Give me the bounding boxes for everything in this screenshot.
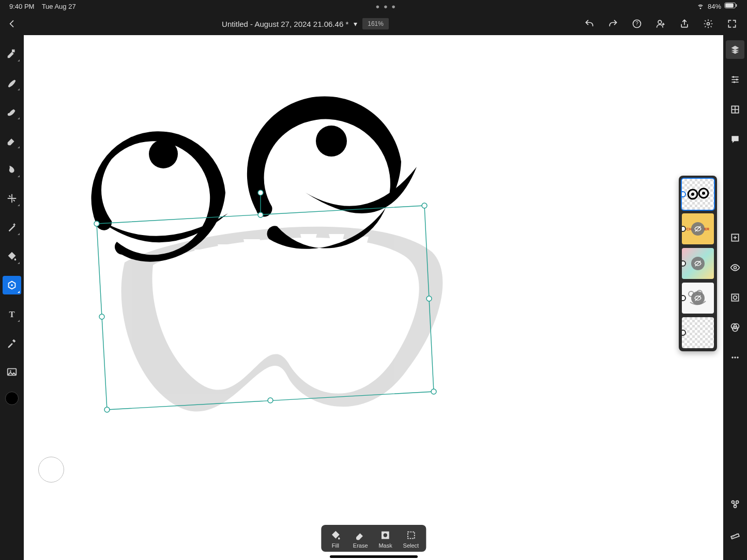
svg-point-8 <box>8 113 11 116</box>
status-date: Tue Aug 27 <box>42 3 76 10</box>
home-indicator[interactable] <box>330 555 418 558</box>
svg-rect-55 <box>407 532 414 539</box>
help-button[interactable]: ? <box>631 18 643 29</box>
svg-point-5 <box>658 20 662 24</box>
layer-thumb-3[interactable] <box>682 248 714 279</box>
svg-point-39 <box>258 212 263 217</box>
svg-point-13 <box>733 76 734 77</box>
pixel-brush-tool[interactable] <box>3 44 21 63</box>
document-title[interactable]: Untitled - August 27, 2024 21.06.46 * <box>222 20 348 28</box>
comments-panel-button[interactable] <box>726 130 744 149</box>
hidden-icon <box>691 257 705 270</box>
mask-layer-button[interactable] <box>726 288 744 307</box>
precision-button[interactable] <box>726 525 744 543</box>
svg-point-35 <box>94 221 99 226</box>
svg-point-40 <box>426 296 432 301</box>
transform-tool[interactable] <box>3 189 21 208</box>
fill-label: Fill <box>332 542 339 549</box>
zoom-badge[interactable]: 161% <box>362 18 389 29</box>
svg-rect-30 <box>731 534 739 539</box>
secondary-color-chip[interactable] <box>38 457 64 483</box>
svg-point-38 <box>104 407 110 412</box>
svg-point-29 <box>734 505 737 508</box>
layers-panel-button[interactable] <box>726 40 744 59</box>
svg-point-37 <box>431 389 436 394</box>
wifi-icon <box>696 2 705 11</box>
svg-point-18 <box>734 267 737 269</box>
add-layer-button[interactable] <box>726 228 744 247</box>
select-action[interactable]: Select <box>403 529 419 549</box>
fill-action[interactable]: Fill <box>328 529 343 549</box>
battery-percent: 84% <box>708 3 721 10</box>
svg-point-45 <box>691 193 694 196</box>
canvas[interactable] <box>24 35 723 560</box>
smudge-tool[interactable] <box>3 160 21 179</box>
undo-button[interactable] <box>584 18 595 29</box>
multitask-dots[interactable]: ● ● ● <box>76 3 696 10</box>
svg-point-15 <box>734 81 735 83</box>
svg-point-36 <box>422 203 427 208</box>
svg-point-26 <box>737 356 738 358</box>
svg-point-24 <box>731 356 733 358</box>
place-image-tool[interactable] <box>3 363 21 381</box>
layer-thumb-5[interactable] <box>682 317 714 348</box>
erase-action[interactable]: Erase <box>353 529 368 549</box>
link-button[interactable] <box>726 495 744 514</box>
primary-color-chip[interactable] <box>5 392 19 405</box>
hidden-icon <box>691 222 705 236</box>
status-time: 9:40 PM <box>9 3 34 10</box>
more-options-button[interactable] <box>726 348 744 367</box>
settings-button[interactable] <box>703 18 714 29</box>
svg-point-20 <box>734 296 737 300</box>
selection-box[interactable] <box>24 35 723 560</box>
svg-rect-19 <box>731 294 738 301</box>
layers-panel: CHARACTER <box>679 176 717 351</box>
svg-point-41 <box>268 398 273 403</box>
fullscreen-button[interactable] <box>726 18 738 29</box>
svg-point-6 <box>707 23 710 25</box>
svg-point-47 <box>702 192 705 195</box>
svg-rect-2 <box>736 4 737 7</box>
svg-text:?: ? <box>635 21 638 26</box>
redo-button[interactable] <box>607 18 619 29</box>
svg-point-25 <box>734 356 736 358</box>
svg-text:T: T <box>9 309 14 319</box>
eraser-tool[interactable] <box>3 131 21 150</box>
svg-point-12 <box>10 370 11 372</box>
mask-action[interactable]: Mask <box>378 529 393 549</box>
properties-panel-button[interactable] <box>726 70 744 89</box>
hidden-icon <box>691 291 705 305</box>
svg-rect-7 <box>12 50 15 53</box>
svg-point-9 <box>11 284 13 286</box>
svg-point-54 <box>384 533 387 537</box>
text-tool[interactable]: T <box>3 305 21 323</box>
brush-tool[interactable] <box>3 73 21 92</box>
layer-thumb-1[interactable] <box>682 179 714 210</box>
eyedropper-tool[interactable] <box>3 334 21 352</box>
layer-thumb-2[interactable]: CHARACTER <box>682 213 714 244</box>
appearance-button[interactable] <box>726 318 744 337</box>
mask-label: Mask <box>378 542 392 549</box>
visibility-toggle-button[interactable] <box>726 258 744 277</box>
share-button[interactable] <box>679 18 690 29</box>
battery-icon <box>724 2 738 10</box>
layer-thumb-4[interactable] <box>682 283 714 314</box>
wand-tool[interactable] <box>3 218 21 237</box>
svg-point-43 <box>258 190 263 195</box>
back-button[interactable] <box>6 18 18 29</box>
invite-button[interactable] <box>655 18 666 29</box>
select-label: Select <box>403 542 419 549</box>
svg-rect-1 <box>725 4 734 8</box>
blob-brush-tool[interactable] <box>3 102 21 121</box>
svg-point-14 <box>736 79 738 80</box>
erase-label: Erase <box>353 542 368 549</box>
shape-tool[interactable] <box>3 276 21 294</box>
bottom-action-bar: Fill Erase Mask Select <box>321 525 426 552</box>
svg-marker-33 <box>97 206 434 410</box>
title-menu-chevron-icon[interactable]: ▾ <box>354 20 357 28</box>
svg-point-42 <box>99 314 104 319</box>
grid-panel-button[interactable] <box>726 100 744 119</box>
fill-tool[interactable] <box>3 247 21 266</box>
